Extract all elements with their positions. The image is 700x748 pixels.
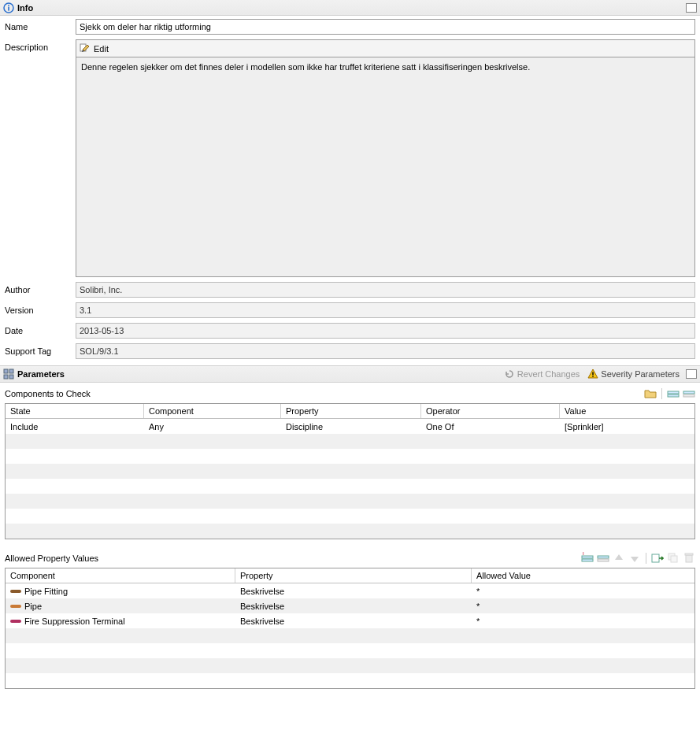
- component-type-icon: [10, 618, 21, 624]
- toolbar-divider: [646, 553, 646, 564]
- allowed-property-values-toolbar: I: [581, 552, 695, 565]
- col-state[interactable]: State: [6, 404, 144, 418]
- svg-rect-22: [686, 555, 692, 562]
- remove-row-button[interactable]: [683, 387, 695, 400]
- svg-rect-21: [671, 556, 677, 562]
- row-insert-button[interactable]: I: [581, 552, 594, 565]
- col-operator[interactable]: Operator: [421, 404, 560, 418]
- table-row: [6, 524, 694, 539]
- pencil-icon: [80, 43, 91, 54]
- author-field: Solibri, Inc.: [76, 282, 695, 298]
- components-to-check-toolbar: [644, 387, 695, 400]
- table-row[interactable]: PipeBeskrivelse*: [6, 598, 694, 613]
- revert-changes-button[interactable]: Revert Changes: [504, 368, 580, 380]
- component-type-icon: [10, 588, 21, 594]
- cell-value[interactable]: [Sprinkler]: [560, 420, 694, 433]
- version-label: Version: [5, 302, 76, 315]
- table-header: Component Property Allowed Value: [6, 568, 694, 583]
- delete-button[interactable]: [683, 552, 695, 565]
- revert-icon: [504, 368, 515, 380]
- cell-component[interactable]: Pipe: [6, 600, 235, 613]
- allowed-property-values-title: Allowed Property Values: [5, 554, 581, 563]
- add-row-button[interactable]: [667, 387, 680, 400]
- panel-menu-button[interactable]: [686, 3, 697, 13]
- date-field: 2013-05-13: [76, 323, 695, 339]
- support-tag-field: SOL/9/3.1: [76, 343, 695, 359]
- svg-rect-14: [582, 556, 593, 558]
- svg-rect-6: [4, 375, 8, 379]
- svg-rect-24: [10, 590, 21, 593]
- svg-rect-23: [685, 554, 693, 555]
- table-body: IncludeAnyDisciplineOne Of[Sprinkler]: [6, 419, 694, 539]
- table-row[interactable]: Fire Suppression TerminalBeskrivelse*: [6, 613, 694, 628]
- table-row: [6, 509, 694, 524]
- svg-rect-25: [10, 605, 21, 608]
- svg-rect-19: [652, 554, 659, 562]
- table-row: [6, 673, 694, 688]
- table-row: [6, 434, 694, 449]
- svg-rect-26: [10, 620, 21, 623]
- copy-button[interactable]: [667, 552, 680, 565]
- svg-rect-18: [598, 559, 609, 561]
- svg-rect-13: [683, 394, 694, 397]
- table-row: [6, 628, 694, 643]
- description-label: Description: [5, 39, 76, 52]
- revert-changes-label: Revert Changes: [517, 369, 580, 379]
- table-row: [6, 449, 694, 464]
- svg-rect-1: [8, 6, 9, 10]
- parameters-panel-menu-button[interactable]: [686, 369, 697, 379]
- info-panel-title: Info: [17, 3, 33, 13]
- svg-rect-10: [668, 391, 679, 394]
- components-to-check-section: Components to Check State Co: [0, 383, 700, 547]
- cell-allowed-value[interactable]: *: [472, 615, 694, 628]
- severity-parameters-button[interactable]: Severity Parameters: [587, 368, 680, 380]
- cell-operator[interactable]: One Of: [421, 420, 560, 433]
- cell-property[interactable]: Beskrivelse: [235, 615, 472, 628]
- cell-allowed-value[interactable]: *: [472, 600, 694, 613]
- open-folder-button[interactable]: [644, 387, 657, 400]
- allowed-property-values-table: Component Property Allowed Value Pipe Fi…: [5, 568, 695, 689]
- author-label: Author: [5, 282, 76, 294]
- col-property[interactable]: Property: [235, 568, 472, 583]
- info-icon: [3, 2, 14, 13]
- table-body: Pipe FittingBeskrivelse*PipeBeskrivelse*…: [6, 583, 694, 688]
- cell-component[interactable]: Fire Suppression Terminal: [6, 615, 235, 628]
- table-row[interactable]: Pipe FittingBeskrivelse*: [6, 583, 694, 598]
- col-property[interactable]: Property: [281, 404, 421, 418]
- col-allowed-value[interactable]: Allowed Value: [472, 568, 694, 583]
- table-row[interactable]: IncludeAnyDisciplineOne Of[Sprinkler]: [6, 419, 694, 434]
- cell-state[interactable]: Include: [6, 420, 144, 433]
- component-type-icon: [10, 603, 21, 609]
- cell-allowed-value[interactable]: *: [472, 585, 694, 598]
- svg-rect-12: [683, 391, 694, 394]
- col-component[interactable]: Component: [144, 404, 281, 418]
- cell-component[interactable]: Pipe Fitting: [6, 585, 235, 598]
- table-row: [6, 494, 694, 509]
- allowed-property-values-section: Allowed Property Values I: [0, 547, 700, 697]
- move-up-button[interactable]: [613, 552, 625, 565]
- info-panel-header: Info: [0, 0, 700, 16]
- name-label: Name: [5, 19, 76, 31]
- description-edit-button[interactable]: Edit: [76, 39, 695, 57]
- move-down-button[interactable]: [628, 552, 641, 565]
- toolbar-divider: [661, 388, 662, 399]
- svg-rect-7: [9, 375, 13, 379]
- parameters-panel-title: Parameters: [17, 369, 65, 379]
- name-field[interactable]: [76, 19, 695, 35]
- row-delete-button[interactable]: [597, 552, 609, 565]
- cell-property[interactable]: Beskrivelse: [235, 600, 472, 613]
- cell-component[interactable]: Any: [144, 420, 281, 433]
- cell-property[interactable]: Discipline: [281, 420, 421, 433]
- support-tag-label: Support Tag: [5, 343, 76, 356]
- description-field[interactable]: Denne regelen sjekker om det finnes dele…: [76, 57, 695, 277]
- cell-property[interactable]: Beskrivelse: [235, 585, 472, 598]
- svg-rect-15: [582, 559, 593, 561]
- col-value[interactable]: Value: [560, 404, 694, 418]
- severity-parameters-label: Severity Parameters: [601, 369, 680, 379]
- table-row: [6, 464, 694, 479]
- export-button[interactable]: [651, 552, 664, 565]
- parameters-panel-header: Parameters Revert Changes Severity Param…: [0, 365, 700, 383]
- col-component[interactable]: Component: [6, 568, 235, 583]
- svg-text:I: I: [583, 552, 584, 556]
- warning-icon: [587, 368, 598, 380]
